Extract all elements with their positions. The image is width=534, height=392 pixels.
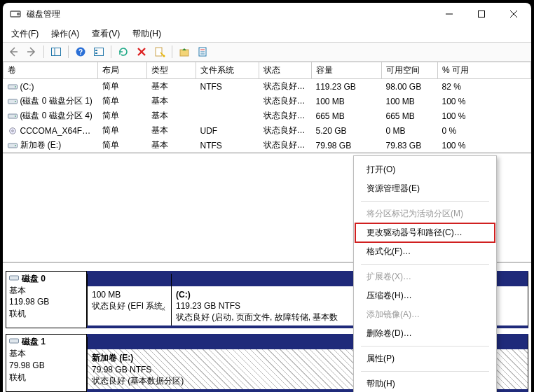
disk-icon: [9, 273, 19, 285]
col-type[interactable]: 类型: [147, 62, 196, 79]
col-pct[interactable]: % 可用: [438, 62, 531, 79]
svg-rect-10: [156, 48, 162, 56]
svg-point-24: [11, 130, 13, 132]
table-row[interactable]: (磁盘 0 磁盘分区 1)简单基本状态良好 (…100 MB100 MB100 …: [4, 94, 531, 108]
app-icon: [10, 8, 21, 20]
ctx-add-mirror: 添加镜像(A)…: [355, 305, 495, 324]
context-menu: 打开(O) 资源管理器(E) 将分区标记为活动分区(M) 更改驱动器号和路径(C…: [353, 155, 497, 392]
show-hide-tree-button[interactable]: [48, 44, 64, 59]
action-toolbar-button[interactable]: [152, 44, 167, 59]
drive-icon: [8, 98, 18, 105]
ctx-properties[interactable]: 属性(P): [355, 349, 495, 368]
svg-rect-3: [52, 48, 61, 56]
svg-point-11: [163, 55, 165, 57]
svg-rect-7: [95, 48, 104, 56]
svg-point-20: [15, 101, 16, 102]
svg-rect-27: [10, 276, 19, 280]
col-fs[interactable]: 文件系统: [196, 62, 259, 79]
ctx-extend: 扩展卷(X)…: [355, 267, 495, 286]
menubar: 文件(F) 操作(A) 查看(V) 帮助(H): [3, 25, 531, 42]
svg-point-22: [15, 115, 16, 117]
menu-file[interactable]: 文件(F): [6, 27, 44, 41]
col-free[interactable]: 可用空间: [382, 62, 438, 79]
volume-table-wrap: 卷 布局 类型 文件系统 状态 容量 可用空间 % 可用 (C:)简单基本NTF…: [3, 62, 531, 153]
svg-text:?: ?: [78, 48, 83, 56]
drive-icon: [8, 83, 18, 90]
ctx-change-drive-letter[interactable]: 更改驱动器号和路径(C)…: [355, 223, 495, 242]
maximize-button[interactable]: [465, 3, 498, 25]
disk-label[interactable]: 磁盘 1基本79.98 GB联机: [6, 334, 87, 392]
drive-icon: [8, 127, 18, 134]
svg-rect-28: [10, 339, 19, 343]
ctx-format[interactable]: 格式化(F)…: [355, 242, 495, 261]
menu-view[interactable]: 查看(V): [86, 27, 125, 41]
ctx-help[interactable]: 帮助(H): [355, 374, 495, 392]
ctx-delete-volume[interactable]: 删除卷(D)…: [355, 324, 495, 343]
svg-point-1: [18, 13, 20, 15]
refresh-button[interactable]: [116, 44, 131, 59]
svg-point-18: [15, 86, 16, 88]
disk-icon: [9, 336, 19, 348]
ctx-open[interactable]: 打开(O): [355, 160, 495, 179]
volume-table: 卷 布局 类型 文件系统 状态 容量 可用空间 % 可用 (C:)简单基本NTF…: [3, 62, 531, 153]
table-row[interactable]: (C:)简单基本NTFS状态良好 (…119.23 GB98.00 GB82 %: [4, 79, 531, 94]
help-button[interactable]: ?: [73, 44, 88, 59]
delete-toolbar-button[interactable]: [134, 44, 149, 59]
ctx-mark-active: 将分区标记为活动分区(M): [355, 204, 495, 223]
col-capacity[interactable]: 容量: [312, 62, 382, 79]
table-row[interactable]: 新加卷 (E:)简单基本NTFS状态良好 (…79.98 GB79.83 GB1…: [4, 138, 531, 153]
minimize-button[interactable]: [433, 3, 465, 25]
ctx-shrink[interactable]: 压缩卷(H)…: [355, 286, 495, 305]
svg-point-26: [15, 145, 16, 146]
table-row[interactable]: CCCOMA_X64FR…简单基本UDF状态良好 (…5.20 GB0 MB0 …: [4, 123, 531, 138]
drive-icon: [8, 113, 18, 120]
svg-rect-8: [95, 50, 97, 51]
table-row[interactable]: (磁盘 0 磁盘分区 4)简单基本状态良好 (…665 MB665 MB100 …: [4, 108, 531, 123]
up-button[interactable]: [177, 44, 192, 59]
menu-action[interactable]: 操作(A): [46, 27, 85, 41]
ctx-explore[interactable]: 资源管理器(E): [355, 179, 495, 198]
window-title: 磁盘管理: [27, 8, 60, 20]
col-status[interactable]: 状态: [259, 62, 312, 79]
toolbar: ?: [3, 42, 531, 62]
table-header-row: 卷 布局 类型 文件系统 状态 容量 可用空间 % 可用: [4, 62, 531, 79]
partition[interactable]: 100 MB状态良好 (EFI 系统⁁: [87, 274, 171, 326]
svg-rect-2: [479, 11, 485, 18]
disk-label[interactable]: 磁盘 0基本119.98 GB联机: [6, 271, 87, 329]
titlebar: 磁盘管理: [3, 3, 531, 25]
properties-toolbar-button[interactable]: [195, 44, 210, 59]
col-volume[interactable]: 卷: [4, 62, 98, 79]
drive-icon: [8, 142, 18, 149]
menu-help[interactable]: 帮助(H): [127, 27, 167, 41]
col-layout[interactable]: 布局: [98, 62, 147, 79]
back-button[interactable]: [6, 44, 21, 59]
close-button[interactable]: [498, 3, 530, 25]
forward-button[interactable]: [24, 44, 39, 59]
svg-rect-9: [95, 52, 97, 54]
svg-rect-12: [180, 50, 189, 56]
settings-toolbar-button[interactable]: [91, 44, 107, 59]
